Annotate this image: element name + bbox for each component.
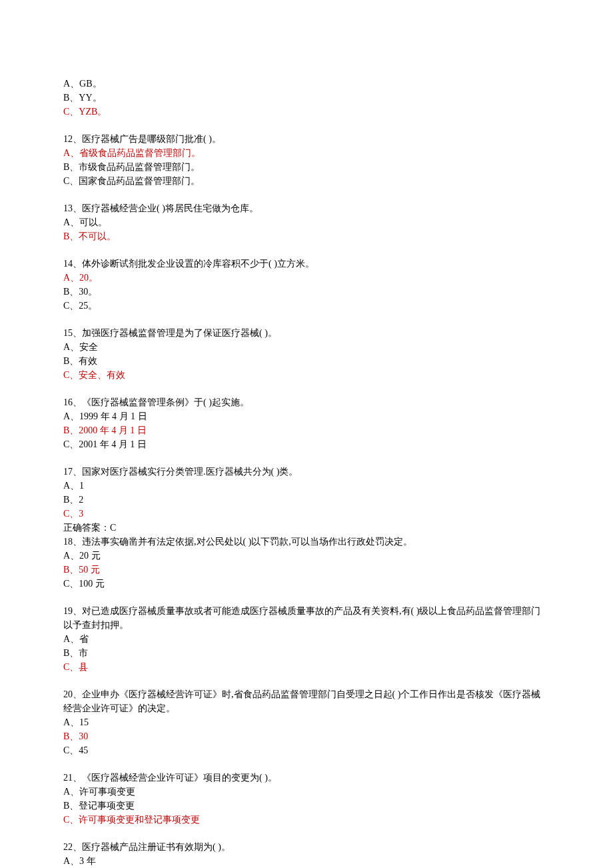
q14-option-b: B、30。 [63, 285, 550, 299]
q13-option-a: A、可以。 [63, 215, 550, 229]
q13-stem: 13、医疗器械经营企业( )将居民住宅做为仓库。 [63, 201, 550, 215]
q15-option-b: B、有效 [63, 354, 550, 368]
q16-option-b: B、2000 年 4 月 1 日 [63, 423, 550, 437]
spacer [63, 674, 550, 687]
q18-stem: 18、违法事实确凿并有法定依据,对公民处以( )以下罚款,可以当场作出行政处罚决… [63, 535, 550, 549]
q18-option-b: B、50 元 [63, 563, 550, 577]
q11-option-b: B、YY。 [63, 91, 550, 105]
document-page: A、GB。 B、YY。 C、YZB。 12、医疗器械广告是哪级部门批准( )。 … [0, 0, 613, 868]
q13-option-b: B、不可以。 [63, 229, 550, 243]
q16-option-c: C、2001 年 4 月 1 日 [63, 437, 550, 451]
q12-option-c: C、国家食品药品监督管理部门。 [63, 174, 550, 188]
q19-option-c: C、县 [63, 660, 550, 674]
q18-option-c: C、100 元 [63, 577, 550, 591]
q12-stem: 12、医疗器械广告是哪级部门批准( )。 [63, 132, 550, 146]
q17-stem: 17、国家对医疗器械实行分类管理.医疗器械共分为( )类。 [63, 465, 550, 479]
q11-option-c: C、YZB。 [63, 105, 550, 119]
q11-option-a: A、GB。 [63, 77, 550, 91]
spacer [63, 119, 550, 132]
q21-option-b: B、登记事项变更 [63, 799, 550, 813]
q21-option-a: A、许可事项变更 [63, 785, 550, 799]
q14-stem: 14、体外诊断试剂批发企业设置的冷库容积不少于( )立方米。 [63, 257, 550, 271]
q16-option-a: A、1999 年 4 月 1 日 [63, 409, 550, 423]
q20-option-a: A、15 [63, 715, 550, 729]
q14-option-a: A、20。 [63, 271, 550, 285]
spacer [63, 827, 550, 840]
q12-option-a: A、省级食品药品监督管理部门。 [63, 146, 550, 160]
q17-option-b: B、2 [63, 493, 550, 507]
q15-option-c: C、安全、有效 [63, 368, 550, 382]
spacer [63, 382, 550, 395]
q20-stem: 20、企业申办《医疗器械经营许可证》时,省食品药品监督管理部门自受理之日起( )… [63, 687, 550, 715]
q21-stem: 21、《医疗器械经营企业许可证》项目的变更为( )。 [63, 771, 550, 785]
spacer [63, 451, 550, 465]
q20-option-c: C、45 [63, 743, 550, 757]
spacer [63, 243, 550, 257]
q15-stem: 15、加强医疗器械监督管理是为了保证医疗器械( )。 [63, 326, 550, 340]
q19-option-b: B、市 [63, 646, 550, 660]
q18-option-a: A、20 元 [63, 549, 550, 563]
q22-stem: 22、医疗器械产品注册证书有效期为( )。 [63, 840, 550, 854]
q15-option-a: A、安全 [63, 340, 550, 354]
spacer [63, 313, 550, 326]
q17-option-a: A、1 [63, 479, 550, 493]
q17-option-c: C、3 [63, 507, 550, 521]
q19-stem: 19、对已造成医疗器械质量事故或者可能造成医疗器械质量事故的产品及有关资料,有(… [63, 604, 550, 632]
q16-stem: 16、《医疗器械监督管理条例》于( )起实施。 [63, 395, 550, 409]
q19-option-a: A、省 [63, 632, 550, 646]
q12-option-b: B、市级食品药品监督管理部门。 [63, 160, 550, 174]
q20-option-b: B、30 [63, 729, 550, 743]
spacer [63, 591, 550, 604]
q14-option-c: C、25。 [63, 299, 550, 313]
q22-option-a: A、3 年 [63, 854, 550, 868]
spacer [63, 757, 550, 771]
q21-option-c: C、许可事项变更和登记事项变更 [63, 813, 550, 827]
spacer [63, 188, 550, 201]
q17-note: 正确答案：C [63, 521, 550, 535]
